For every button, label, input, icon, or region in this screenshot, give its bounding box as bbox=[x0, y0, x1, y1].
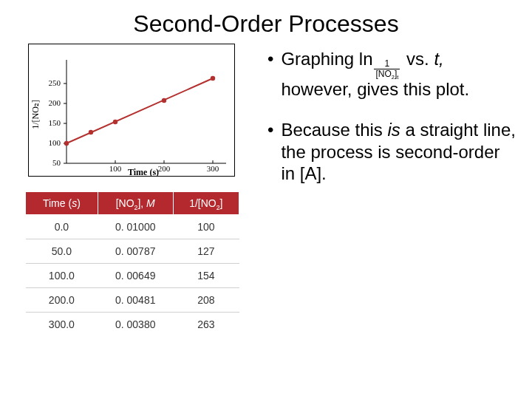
svg-text:200: 200 bbox=[49, 98, 61, 107]
fraction-1-over-no2t: 1 [NO2]t bbox=[374, 59, 400, 78]
right-column: • Graphing ln 1 [NO2]t vs. t, however, g… bbox=[267, 44, 517, 336]
svg-point-23 bbox=[113, 120, 117, 124]
svg-text:100: 100 bbox=[109, 164, 122, 173]
svg-point-21 bbox=[64, 141, 69, 146]
table-row: 100.00. 00649154 bbox=[26, 264, 239, 288]
table-row: 300.00. 00380263 bbox=[26, 313, 239, 337]
svg-text:1/[NO₂]: 1/[NO₂] bbox=[30, 100, 41, 129]
svg-text:200: 200 bbox=[158, 164, 171, 173]
svg-point-25 bbox=[211, 76, 215, 81]
svg-text:100: 100 bbox=[49, 138, 61, 147]
svg-text:250: 250 bbox=[49, 78, 61, 87]
col-no2-conc: [NO2], M bbox=[98, 192, 173, 215]
col-time: Time (s) bbox=[26, 192, 98, 215]
table-row: 0.00. 01000100 bbox=[26, 215, 239, 239]
svg-text:150: 150 bbox=[49, 118, 61, 127]
svg-text:300: 300 bbox=[207, 164, 219, 173]
bullet-2: • Because this is a straight line, the p… bbox=[267, 119, 517, 184]
plot-1-over-no2-vs-time: 50 100 150 200 250 100 200 bbox=[28, 44, 235, 177]
table-row: 50.00. 00787127 bbox=[26, 239, 239, 264]
bullet-icon: • bbox=[267, 119, 273, 184]
bullet-icon: • bbox=[267, 48, 273, 100]
svg-text:50: 50 bbox=[52, 158, 61, 167]
svg-point-24 bbox=[162, 98, 166, 103]
page-title: Second-Order Processes bbox=[0, 10, 532, 38]
svg-point-22 bbox=[89, 130, 93, 134]
content-columns: 50 100 150 200 250 100 200 bbox=[0, 44, 532, 336]
col-recip-no2: 1/[NO2] bbox=[173, 192, 239, 215]
bullet-1: • Graphing ln 1 [NO2]t vs. t, however, g… bbox=[267, 48, 517, 100]
table-row: 200.00. 00481208 bbox=[26, 288, 239, 313]
left-column: 50 100 150 200 250 100 200 bbox=[25, 44, 254, 336]
kinetics-table: Time (s) [NO2], M 1/[NO2] 0.00. 01000100… bbox=[25, 191, 239, 336]
plot-x-axis-label: Time (s) bbox=[128, 167, 159, 177]
svg-rect-0 bbox=[29, 44, 235, 177]
